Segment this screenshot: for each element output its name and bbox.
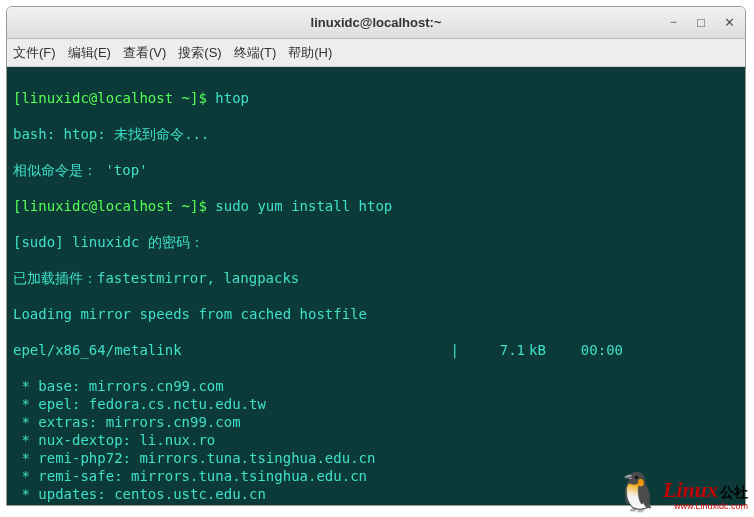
watermark-text: Linux公社 www.Linuxidc.com: [663, 479, 748, 511]
menu-terminal[interactable]: 终端(T): [234, 44, 277, 62]
unit: kB: [529, 341, 559, 359]
output-line: bash: htop: 未找到命令...: [13, 125, 739, 143]
prompt-line: [linuxidc@localhost ~]$ sudo yum install…: [13, 197, 739, 215]
menu-edit[interactable]: 编辑(E): [68, 44, 111, 62]
output-line: [sudo] linuxidc 的密码：: [13, 233, 739, 251]
close-button[interactable]: ✕: [719, 12, 739, 32]
maximize-button[interactable]: □: [691, 12, 711, 32]
menu-help[interactable]: 帮助(H): [288, 44, 332, 62]
mirror-line: * base: mirrors.cn99.com: [13, 377, 739, 395]
window-title: linuxidc@localhost:~: [311, 15, 442, 30]
time: 00:00: [559, 341, 629, 359]
size: 7.1: [459, 341, 529, 359]
titlebar: linuxidc@localhost:~ － □ ✕: [7, 7, 745, 39]
menu-search[interactable]: 搜索(S): [178, 44, 221, 62]
sep: |: [443, 341, 459, 359]
menu-file[interactable]: 文件(F): [13, 44, 56, 62]
window-buttons: － □ ✕: [663, 12, 739, 32]
command-text: sudo yum install htop: [215, 198, 392, 214]
watermark-main: Linux公社: [663, 479, 748, 501]
terminal-content[interactable]: [linuxidc@localhost ~]$ htop bash: htop:…: [7, 67, 745, 505]
watermark-sub: www.Linuxidc.com: [663, 501, 748, 511]
terminal-window: linuxidc@localhost:~ － □ ✕ 文件(F) 编辑(E) 查…: [6, 6, 746, 506]
output-line: 相似命令是： 'top': [13, 161, 739, 179]
output-line: 已加载插件：fastestmirror, langpacks: [13, 269, 739, 287]
mirror-line: * remi-php72: mirrors.tuna.tsinghua.edu.…: [13, 449, 739, 467]
penguin-icon: 🐧: [614, 473, 661, 511]
prompt-user: [linuxidc@localhost ~]$: [13, 90, 215, 106]
menubar: 文件(F) 编辑(E) 查看(V) 搜索(S) 终端(T) 帮助(H): [7, 39, 745, 67]
prompt-user: [linuxidc@localhost ~]$: [13, 198, 215, 214]
minimize-button[interactable]: －: [663, 12, 683, 32]
menu-view[interactable]: 查看(V): [123, 44, 166, 62]
prompt-line: [linuxidc@localhost ~]$ htop: [13, 89, 739, 107]
mirror-line: * nux-dextop: li.nux.ro: [13, 431, 739, 449]
mirror-line: * epel: fedora.cs.nctu.edu.tw: [13, 395, 739, 413]
download-line: epel/x86_64/metalink|7.1kB00:00: [13, 341, 739, 359]
command-text: htop: [215, 90, 249, 106]
mirror-line: * extras: mirrors.cn99.com: [13, 413, 739, 431]
repo-name: epel/x86_64/metalink: [13, 341, 443, 359]
output-line: Loading mirror speeds from cached hostfi…: [13, 305, 739, 323]
watermark: 🐧 Linux公社 www.Linuxidc.com: [614, 473, 748, 511]
